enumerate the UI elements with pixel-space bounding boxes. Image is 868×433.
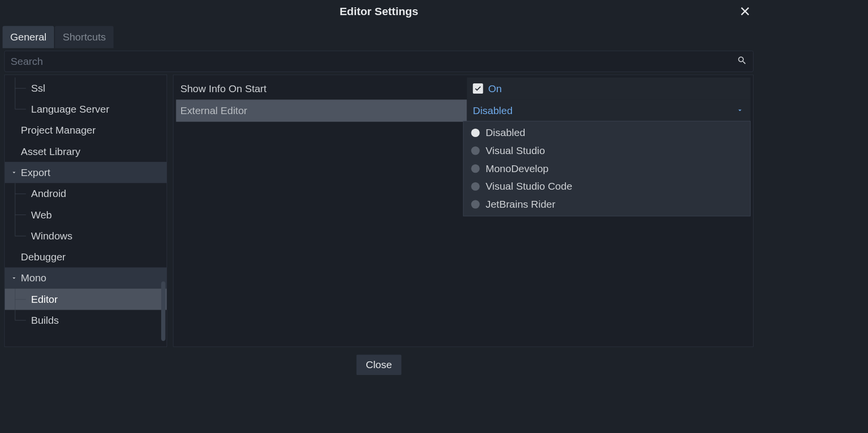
radio-icon: [471, 129, 479, 137]
search-icon: [737, 55, 747, 67]
scrollbar[interactable]: [161, 281, 166, 341]
dropdown-item-label: MonoDevelop: [486, 162, 548, 174]
tree-item-label: Editor: [31, 293, 58, 305]
tab-shortcuts[interactable]: Shortcuts: [55, 26, 113, 48]
tree-item-label: Ssl: [31, 82, 45, 94]
search-input[interactable]: [11, 55, 737, 67]
tree-item-web[interactable]: Web: [5, 204, 167, 225]
dialog-title-text: Editor Settings: [340, 5, 418, 18]
dropdown-item-monodevelop[interactable]: MonoDevelop: [464, 159, 750, 177]
dropdown-menu: Disabled Visual Studio MonoDevelop Visua…: [463, 121, 751, 216]
dropdown-item-label: Disabled: [486, 127, 526, 138]
footer: Close: [0, 347, 758, 378]
close-button[interactable]: Close: [357, 354, 401, 375]
tree-item-label: Builds: [31, 315, 59, 326]
close-icon[interactable]: [740, 6, 750, 16]
tree-item-label: Project Manager: [21, 124, 96, 136]
value-text: On: [488, 82, 502, 94]
chevron-down-icon: [736, 105, 744, 117]
tree-item-export[interactable]: Export: [5, 162, 167, 183]
radio-icon: [471, 182, 479, 191]
dropdown-item-label: JetBrains Rider: [486, 198, 555, 210]
dropdown-item-vscode[interactable]: Visual Studio Code: [464, 177, 750, 196]
dropdown-item-label: Visual Studio Code: [486, 180, 572, 192]
tree-item-windows[interactable]: Windows: [5, 225, 167, 246]
property-show-info-on-start: Show Info On Start On: [176, 78, 750, 99]
tree-item-editor[interactable]: Editor: [5, 289, 167, 310]
tree-item-label: Web: [31, 209, 52, 220]
tree-item-debugger[interactable]: Debugger: [5, 246, 167, 267]
radio-icon: [471, 200, 479, 208]
dropdown-item-label: Visual Studio: [486, 145, 545, 157]
tree-item-mono[interactable]: Mono: [5, 268, 167, 289]
tree-item-label: Android: [31, 188, 66, 199]
dropdown-item-disabled[interactable]: Disabled: [464, 124, 750, 142]
property-value-dropdown[interactable]: Disabled: [467, 99, 751, 121]
content-panel: Show Info On Start On External Editor Di…: [173, 75, 754, 347]
tree-item-ssl[interactable]: Ssl: [5, 78, 167, 98]
chevron-down-icon: [11, 165, 18, 179]
dialog-title: Editor Settings: [0, 0, 758, 23]
sidebar: Ssl Language Server Project Manager Asse…: [4, 75, 167, 347]
value-text: Disabled: [473, 105, 513, 117]
chevron-down-icon: [11, 271, 18, 285]
tree-item-label: Mono: [21, 272, 46, 284]
tree-item-label: Debugger: [21, 251, 66, 263]
radio-icon: [471, 146, 479, 155]
main-area: Ssl Language Server Project Manager Asse…: [0, 75, 758, 347]
property-label: External Editor: [176, 99, 467, 121]
tree-item-language-server[interactable]: Language Server: [5, 98, 167, 119]
property-label: Show Info On Start: [176, 82, 467, 94]
tree-item-label: Asset Library: [21, 145, 80, 157]
checkbox-icon[interactable]: [473, 83, 483, 94]
property-value[interactable]: On: [467, 78, 751, 99]
property-external-editor: External Editor Disabled: [176, 99, 750, 121]
tree-item-builds[interactable]: Builds: [5, 310, 167, 331]
tree-item-android[interactable]: Android: [5, 183, 167, 204]
dropdown-item-jetbrains-rider[interactable]: JetBrains Rider: [464, 196, 750, 214]
radio-icon: [471, 164, 479, 173]
tree-item-asset-library[interactable]: Asset Library: [5, 141, 167, 162]
tree-item-label: Export: [21, 167, 51, 178]
tree-item-label: Windows: [31, 230, 73, 242]
tree-item-label: Language Server: [31, 103, 110, 115]
tab-general[interactable]: General: [2, 26, 54, 48]
tree-item-project-manager[interactable]: Project Manager: [5, 119, 167, 140]
search-bar[interactable]: [4, 51, 754, 72]
dropdown-item-visual-studio[interactable]: Visual Studio: [464, 142, 750, 160]
tabs: General Shortcuts: [0, 26, 758, 48]
